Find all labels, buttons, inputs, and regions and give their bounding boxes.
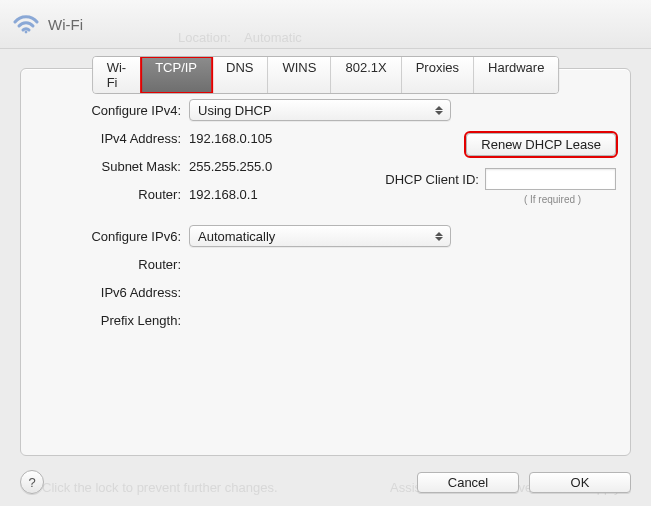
tab-dns[interactable]: DNS <box>212 57 268 93</box>
configure-ipv4-select[interactable]: Using DHCP <box>189 99 451 121</box>
sheet-footer: ? Cancel OK <box>0 458 651 506</box>
updown-icon <box>432 106 446 115</box>
ipv6-address-label: IPv6 Address: <box>31 285 189 300</box>
wifi-icon <box>12 12 40 36</box>
tab-hardware[interactable]: Hardware <box>474 57 558 93</box>
configure-ipv6-select[interactable]: Automatically <box>189 225 451 247</box>
ipv4-address-label: IPv4 Address: <box>31 131 189 146</box>
configure-ipv6-value: Automatically <box>198 229 275 244</box>
tab-tcpip[interactable]: TCP/IP <box>141 57 212 93</box>
tab-wins[interactable]: WINS <box>268 57 331 93</box>
sheet-header: Wi-Fi <box>0 0 651 49</box>
dhcp-client-id-label: DHCP Client ID: <box>385 172 479 187</box>
configure-ipv4-label: Configure IPv4: <box>31 103 189 118</box>
ipv6-router-label: Router: <box>31 257 189 272</box>
svg-point-0 <box>25 31 28 34</box>
ipv6-prefix-label: Prefix Length: <box>31 313 189 328</box>
tcpip-pane: Configure IPv4: Using DHCP IPv4 Address:… <box>20 68 631 456</box>
network-advanced-window: Location: Automatic Status: Connected Tu… <box>0 0 651 506</box>
ipv4-router-label: Router: <box>31 187 189 202</box>
tab-proxies[interactable]: Proxies <box>402 57 474 93</box>
subnet-mask-value: 255.255.255.0 <box>189 159 272 174</box>
dhcp-required-note: ( If required ) <box>489 194 616 205</box>
dhcp-client-id-input[interactable] <box>485 168 616 190</box>
updown-icon <box>432 232 446 241</box>
renew-dhcp-lease-button[interactable]: Renew DHCP Lease <box>466 133 616 156</box>
subnet-mask-label: Subnet Mask: <box>31 159 189 174</box>
dhcp-column: Renew DHCP Lease DHCP Client ID: ( If re… <box>446 133 616 205</box>
ipv4-router-value: 192.168.0.1 <box>189 187 258 202</box>
configure-ipv4-value: Using DHCP <box>198 103 272 118</box>
sheet-title: Wi-Fi <box>48 16 83 33</box>
help-button[interactable]: ? <box>20 470 44 494</box>
tab-8021x[interactable]: 802.1X <box>331 57 401 93</box>
ipv4-address-value: 192.168.0.105 <box>189 131 272 146</box>
tab-wifi[interactable]: Wi-Fi <box>93 57 142 93</box>
configure-ipv6-label: Configure IPv6: <box>31 229 189 244</box>
ok-button[interactable]: OK <box>529 472 631 493</box>
tab-bar: Wi-Fi TCP/IP DNS WINS 802.1X Proxies Har… <box>92 56 560 94</box>
cancel-button[interactable]: Cancel <box>417 472 519 493</box>
